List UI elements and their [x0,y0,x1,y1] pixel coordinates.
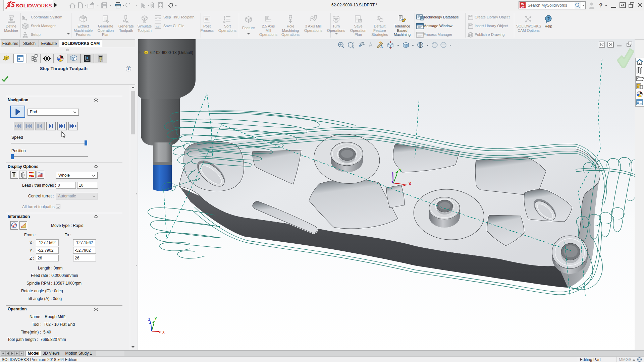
svg-text:Z: Z [148,318,150,321]
svg-text:?: ? [599,2,602,9]
svg-text:X: X [162,330,165,334]
svg-text:X: X [409,182,411,186]
svg-text:G1: G1 [205,18,209,21]
svg-text:Y: Y [399,168,401,173]
svg-text:CL: CL [156,25,160,28]
svg-text:SOLIDWORKS: SOLIDWORKS [16,3,52,8]
svg-text:A: A [380,45,383,49]
svg-text:?: ? [547,16,550,21]
svg-text:Y: Y [155,317,157,321]
svg-text:62-02-9000-13 (Default): 62-02-9000-13 (Default) [150,50,193,55]
